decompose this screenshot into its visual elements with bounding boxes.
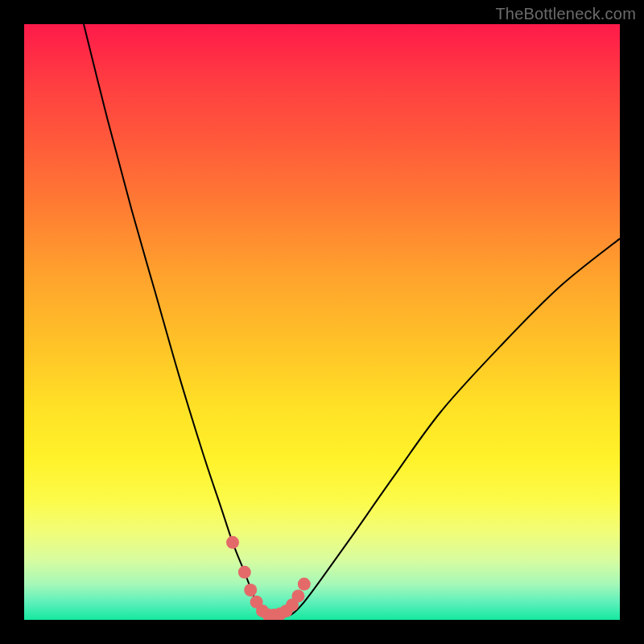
highlight-dot [226, 536, 239, 549]
highlight-dots-group [226, 536, 311, 620]
highlight-dot [291, 589, 304, 602]
highlight-dot [238, 566, 251, 579]
chart-frame: TheBottleneck.com [0, 0, 644, 644]
highlight-dot [298, 578, 311, 591]
bottleneck-curve [84, 24, 620, 618]
highlight-dot [244, 584, 257, 597]
plot-area [24, 24, 620, 620]
curve-svg [24, 24, 620, 620]
watermark-text: TheBottleneck.com [495, 5, 636, 23]
